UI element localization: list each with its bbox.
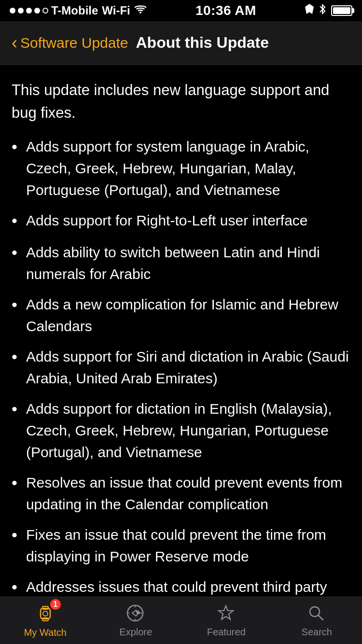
list-item: Adds a new complication for Islamic and … xyxy=(12,294,350,337)
list-item: Adds support for system language in Arab… xyxy=(12,136,350,201)
list-item: Adds support for Right-to-Left user inte… xyxy=(12,210,350,233)
explore-icon xyxy=(125,603,146,624)
status-left: T-Mobile Wi-Fi xyxy=(10,4,147,17)
network-type: Wi-Fi xyxy=(102,4,130,17)
location-icon xyxy=(305,4,314,17)
signal-dot-2 xyxy=(18,8,24,14)
wifi-icon xyxy=(134,4,147,17)
svg-point-4 xyxy=(43,611,48,616)
back-chevron-icon: ‹ xyxy=(12,34,17,52)
svg-marker-12 xyxy=(219,606,233,619)
bullet-list: Adds support for system language in Arab… xyxy=(12,136,350,644)
nav-bar: ‹ Software Update About this Update xyxy=(0,21,362,65)
svg-point-0 xyxy=(139,12,141,14)
status-right xyxy=(305,4,352,17)
tab-my-watch[interactable]: 1 My Watch xyxy=(0,597,91,644)
svg-line-14 xyxy=(318,615,323,620)
tab-search[interactable]: Search xyxy=(272,597,362,644)
svg-rect-1 xyxy=(41,608,50,619)
tab-label-search: Search xyxy=(302,627,332,638)
carrier-info: T-Mobile Wi-Fi xyxy=(51,4,147,17)
back-label: Software Update xyxy=(20,35,128,51)
tab-label-featured: Featured xyxy=(207,627,246,638)
carrier-name: T-Mobile xyxy=(51,4,98,17)
tab-explore[interactable]: Explore xyxy=(91,597,181,644)
signal-dot-4 xyxy=(34,8,40,14)
main-content: This update includes new language suppor… xyxy=(0,65,362,644)
watch-icon-wrap: 1 xyxy=(35,603,56,624)
signal-strength xyxy=(10,8,48,14)
back-button[interactable]: ‹ Software Update xyxy=(12,34,128,52)
bluetooth-icon xyxy=(319,4,326,17)
battery-body xyxy=(331,5,352,16)
battery-fill xyxy=(333,7,350,14)
list-item: Adds ability to switch between Latin and… xyxy=(12,241,350,285)
list-item: Fixes an issue that could prevent the ti… xyxy=(12,524,350,567)
tab-label-explore: Explore xyxy=(119,627,152,638)
battery-indicator xyxy=(331,5,352,16)
status-bar: T-Mobile Wi-Fi 10:36 AM xyxy=(0,0,362,21)
list-item: Adds support for dictation in English (M… xyxy=(12,398,350,463)
page-title: About this Update xyxy=(136,34,269,52)
search-icon xyxy=(306,603,327,624)
list-item: Resolves an issue that could prevent eve… xyxy=(12,472,350,515)
list-item: Adds support for Siri and dictation in A… xyxy=(12,346,350,389)
signal-dot-1 xyxy=(10,8,15,14)
tab-featured[interactable]: Featured xyxy=(181,597,272,644)
tab-bar: 1 My Watch Explore Featured xyxy=(0,597,362,644)
signal-dot-3 xyxy=(26,8,32,14)
intro-paragraph: This update includes new language suppor… xyxy=(12,79,350,124)
current-time: 10:36 AM xyxy=(195,3,256,18)
featured-icon xyxy=(216,603,237,624)
tab-label-my-watch: My Watch xyxy=(24,627,67,638)
notification-badge: 1 xyxy=(50,599,61,610)
signal-dot-5 xyxy=(42,8,48,14)
